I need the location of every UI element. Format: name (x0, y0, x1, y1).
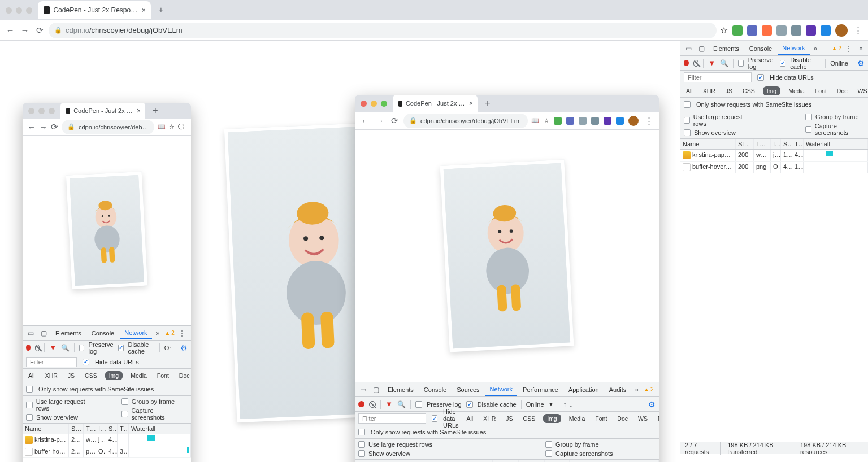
group-checkbox[interactable] (805, 114, 812, 120)
forward-button[interactable]: → (19, 25, 31, 36)
overview-checkbox[interactable] (26, 414, 33, 421)
star-icon[interactable]: ☆ (169, 123, 175, 130)
extension-icon[interactable] (747, 25, 757, 36)
back-button[interactable]: ← (5, 25, 16, 36)
filter-xhr[interactable]: XHR (43, 371, 60, 380)
warning-badge[interactable]: ▲2 (832, 45, 841, 51)
extension-icon[interactable] (806, 25, 816, 36)
table-row[interactable]: buffer-hover-icon… 200 png O… 4… 1… (680, 162, 868, 173)
new-tab-button[interactable]: + (481, 97, 494, 110)
samesite-checkbox[interactable] (26, 386, 33, 393)
preserve-log-checkbox[interactable] (415, 401, 422, 408)
close-icon[interactable]: × (856, 43, 866, 54)
address-bar[interactable]: 🔒 cdpn.io/chriscoyier/debug/jObVELm (49, 23, 717, 38)
tab-network[interactable]: Network (120, 327, 151, 339)
tab-sources[interactable]: Sources (452, 384, 484, 395)
address-bar[interactable]: 🔒 cdpn.io/chriscoyier/debug/jObVELm (403, 114, 528, 128)
reload-button[interactable]: ⟳ (34, 25, 45, 36)
preserve-log-checkbox[interactable] (79, 345, 84, 351)
capture-checkbox[interactable] (121, 411, 128, 417)
forward-button[interactable]: → (374, 115, 385, 127)
chevron-right-icon[interactable]: » (632, 384, 641, 395)
overview-checkbox[interactable] (684, 129, 691, 136)
tab-console[interactable]: Console (745, 43, 776, 54)
device-icon[interactable]: ▢ (696, 43, 708, 54)
settings-icon[interactable]: ⋮ (843, 43, 855, 54)
warning-badge[interactable]: ▲2 (644, 386, 653, 393)
table-row[interactable]: buffer-hover-i… 200 p… O… 4… 3… (23, 446, 191, 458)
inspect-icon[interactable]: ▭ (683, 43, 695, 54)
filter-doc[interactable]: Doc (177, 371, 191, 380)
chevron-right-icon[interactable]: » (153, 328, 163, 339)
extension-icon[interactable] (776, 25, 787, 36)
filter-icon[interactable]: ▼ (49, 343, 57, 352)
menu-icon[interactable]: ⋮ (643, 115, 654, 127)
warning-badge[interactable]: ▲2 (164, 330, 174, 336)
device-icon[interactable]: ▢ (370, 384, 382, 395)
menu-icon[interactable]: ⋮ (852, 25, 863, 36)
settings-icon[interactable]: ⋮ (176, 328, 188, 339)
gear-icon[interactable]: ⚙ (857, 59, 865, 68)
large-rows-checkbox[interactable] (26, 402, 33, 408)
reader-icon[interactable]: 📖 (158, 123, 166, 130)
hide-urls-checkbox[interactable] (83, 359, 89, 365)
tab-console[interactable]: Console (87, 328, 119, 339)
reader-icon[interactable]: 📖 (531, 117, 539, 124)
filter-css[interactable]: CSS (83, 371, 99, 380)
extension-icon[interactable] (821, 25, 831, 36)
preserve-log-checkbox[interactable] (738, 60, 744, 67)
extension-icon[interactable] (566, 117, 574, 125)
filter-media[interactable]: Media (128, 371, 149, 380)
tab-console[interactable]: Console (419, 384, 451, 395)
filter-img[interactable]: Img (105, 371, 123, 380)
close-tab-icon[interactable]: × (137, 106, 140, 115)
browser-tab[interactable]: CodePen - Just 2x Responsive I… × (393, 95, 478, 112)
filter-icon[interactable]: ▼ (385, 400, 393, 408)
record-button[interactable] (26, 345, 31, 351)
filter-input[interactable] (26, 357, 77, 367)
extension-icon[interactable] (616, 117, 624, 125)
search-icon[interactable]: 🔍 (397, 400, 406, 408)
large-rows-checkbox[interactable] (684, 117, 690, 124)
tab-application[interactable]: Application (564, 384, 604, 395)
close-icon[interactable]: × (189, 328, 191, 339)
tab-audits[interactable]: Audits (605, 384, 631, 395)
extension-icon[interactable] (579, 117, 587, 125)
browser-tab[interactable]: CodePen - Just 2x Responsive… × (60, 103, 145, 120)
filter-font[interactable]: Font (155, 371, 171, 380)
extension-icon[interactable] (604, 117, 611, 125)
tab-elements[interactable]: Elements (51, 328, 86, 339)
extension-icon[interactable] (732, 25, 743, 36)
disable-cache-checkbox[interactable] (780, 60, 785, 67)
search-icon[interactable]: 🔍 (720, 59, 728, 67)
mac-traffic-lights[interactable] (0, 5, 38, 15)
forward-button[interactable]: → (39, 121, 47, 133)
browser-tab[interactable]: CodePen - Just 2x Responsive I… × (38, 1, 151, 19)
samesite-checkbox[interactable] (358, 429, 365, 435)
clear-button[interactable] (35, 345, 40, 351)
extension-icon[interactable] (591, 117, 599, 125)
settings-icon[interactable]: ⋮ (654, 384, 659, 395)
mac-traffic-lights[interactable] (355, 98, 393, 108)
reload-button[interactable]: ⟳ (51, 121, 58, 133)
close-tab-icon[interactable]: × (469, 99, 472, 108)
tab-elements[interactable]: Elements (709, 43, 744, 54)
filter-input[interactable] (684, 72, 752, 82)
filter-all[interactable]: All (26, 371, 37, 380)
extension-icon[interactable] (762, 25, 772, 36)
inspect-icon[interactable]: ▭ (25, 328, 37, 339)
device-icon[interactable]: ▢ (38, 328, 50, 339)
info-icon[interactable]: ⓘ (178, 123, 184, 131)
tab-network[interactable]: Network (778, 42, 809, 55)
hide-urls-checkbox[interactable] (432, 415, 437, 422)
reload-button[interactable]: ⟳ (389, 115, 400, 127)
address-bar[interactable]: 🔒 cdpn.io/chriscoyier/deb… (62, 120, 154, 134)
filter-js[interactable]: JS (66, 371, 77, 380)
clear-button[interactable] (369, 401, 376, 408)
disable-cache-checkbox[interactable] (118, 345, 124, 351)
new-tab-button[interactable]: + (149, 104, 162, 117)
samesite-checkbox[interactable] (684, 101, 691, 108)
table-row[interactable]: kristina-papa… 200 w… j… 4… (23, 434, 191, 446)
extension-icons[interactable]: ☆ ⋮ (720, 24, 863, 37)
gear-icon[interactable]: ⚙ (648, 400, 656, 409)
